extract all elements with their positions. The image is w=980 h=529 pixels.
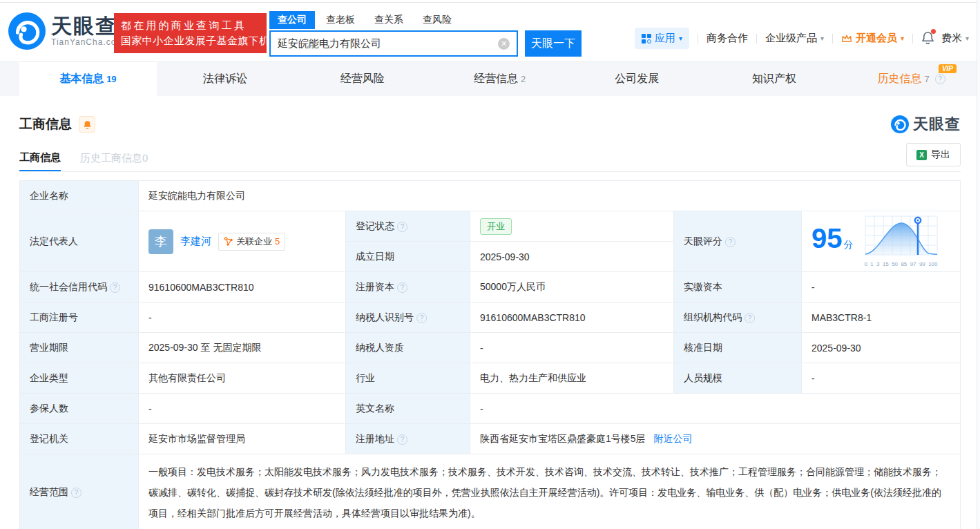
staff-size-label: 人员规模 (684, 372, 722, 383)
tab-intellectual-property[interactable]: 知识产权 (706, 62, 843, 96)
reg-authority-value: 延安市市场监督管理局 (148, 433, 245, 444)
tab-label: 基本信息 (59, 72, 104, 86)
reg-authority-label: 登记机关 (30, 433, 68, 444)
tab-basic-info[interactable]: 基本信息 19 (19, 62, 157, 96)
related-companies-badge[interactable]: 关联企业 5 (218, 233, 285, 251)
tianyancha-logo[interactable]: 天眼查 TianYanCha.com (8, 12, 124, 50)
help-icon[interactable] (416, 313, 427, 323)
business-info-section-header: 工商信息 天眼查 (19, 114, 961, 135)
company-name-label: 企业名称 (30, 190, 68, 201)
network-graph-icon (224, 237, 233, 247)
table-row: 参保人数 - 英文名称 - (20, 394, 961, 424)
org-code-value: MAB3CTR8-1 (811, 312, 872, 323)
reg-number-label: 工商注册号 (30, 311, 78, 323)
nav-apps-label: 应用 (655, 32, 675, 45)
chevron-down-icon: ▾ (820, 35, 824, 42)
chevron-down-icon: ▾ (679, 35, 682, 42)
search-area: 查公司 查老板 查关系 查风险 天眼一下 (269, 11, 582, 57)
excel-icon (916, 150, 927, 160)
company-type-value: 其他有限责任公司 (148, 372, 226, 383)
nav-user[interactable]: 费米 ▾ (941, 32, 969, 45)
score-distribution-chart: 013 155085 9799100 (865, 215, 938, 267)
watermark-logo: 天眼查 (891, 114, 961, 135)
table-row: 企业名称 延安皖能电力有限公司 (20, 181, 961, 211)
reg-address-label: 注册地址 (356, 433, 394, 444)
scrollbar[interactable] (977, 0, 980, 529)
tab-company-development[interactable]: 公司发展 (568, 62, 706, 96)
help-icon[interactable] (397, 222, 407, 232)
table-row: 经营范围 一般项目：发电技术服务；太阳能发电技术服务；风力发电技术服务；技术服务… (20, 454, 961, 529)
approval-date-label: 核准日期 (684, 342, 722, 353)
table-row: 营业期限 2025-09-30 至 无固定期限 纳税人资质 - 核准日期 202… (20, 333, 961, 363)
tab-label: 历史信息 (878, 72, 922, 86)
org-code-label: 组织机构代码 (684, 311, 742, 323)
subtab-history-business-info[interactable]: 历史工商信息0 (80, 146, 148, 171)
tab-count: 2 (521, 74, 526, 84)
monitor-bell-icon[interactable] (79, 116, 95, 133)
legal-rep-label: 法定代表人 (30, 235, 78, 247)
avatar[interactable]: 李 (148, 229, 173, 254)
nav-open-vip[interactable]: 开通会员 ▾ (841, 32, 904, 45)
approval-date-value: 2025-09-30 (811, 343, 861, 354)
nav-apps[interactable]: 应用 ▾ (635, 28, 689, 49)
nav-cooperation-label: 商务合作 (707, 32, 748, 45)
section-title: 工商信息 (19, 115, 72, 133)
table-row: 登记机关 延安市市场监督管理局 注册地址 陕西省延安市宝塔区鼎盛豪庭1号楼5层 … (20, 424, 961, 454)
paid-capital-value: - (811, 282, 815, 293)
english-name-label: 英文名称 (356, 403, 394, 414)
logo-name: 天眼查 (51, 15, 124, 37)
company-tab-bar: 基本信息 19 法律诉讼 经营风险 经营信息 2 公司发展 知识产权 VIP 历… (0, 61, 980, 96)
nav-divider (698, 34, 698, 44)
help-icon[interactable] (110, 282, 120, 293)
help-icon[interactable] (744, 313, 755, 323)
score-number: 95分 (811, 224, 854, 258)
reg-address-value: 陕西省延安市宝塔区鼎盛豪庭1号楼5层 (480, 433, 646, 444)
tyc-score: 95分 (811, 215, 950, 267)
search-input-box (269, 30, 518, 57)
notification-bell-icon[interactable] (921, 31, 934, 46)
company-name-value: 延安皖能电力有限公司 (148, 190, 245, 201)
help-icon[interactable] (935, 74, 945, 84)
chevron-down-icon: ▾ (901, 35, 904, 42)
export-button[interactable]: 导出 (906, 143, 961, 166)
credit-code-label: 统一社会信用代码 (30, 281, 107, 292)
help-icon[interactable] (397, 282, 407, 293)
insured-count-label: 参保人数 (30, 403, 68, 414)
apps-grid-icon (642, 34, 651, 44)
tab-operation-info[interactable]: 经营信息 2 (431, 62, 568, 96)
search-input[interactable] (271, 38, 498, 50)
promo-line1: 都在用的商业查询工具 (121, 18, 260, 33)
watermark-text: 天眼查 (913, 114, 961, 135)
subtab-business-info[interactable]: 工商信息 (19, 146, 61, 171)
help-icon[interactable] (725, 237, 736, 247)
tab-legal-litigation[interactable]: 法律诉讼 (157, 62, 294, 96)
industry-label: 行业 (356, 372, 375, 383)
establish-date-label: 成立日期 (356, 251, 394, 262)
reg-number-value: - (148, 312, 152, 323)
search-tab-risk[interactable]: 查风险 (414, 11, 460, 29)
legal-rep-link[interactable]: 李建河 (180, 235, 211, 248)
nav-user-label: 费米 (941, 32, 962, 45)
logo-domain: TianYanCha.com (51, 37, 124, 47)
header-nav: 应用 ▾ 商务合作 企业级产品 ▾ 开通会员 ▾ 费 (635, 28, 969, 49)
search-tab-company[interactable]: 查公司 (269, 11, 315, 29)
search-tab-relation[interactable]: 查关系 (366, 11, 412, 29)
tab-history-info[interactable]: VIP 历史信息 7 (843, 62, 980, 96)
vip-badge: VIP (939, 64, 957, 73)
search-button[interactable]: 天眼一下 (525, 30, 582, 57)
search-tab-boss[interactable]: 查老板 (318, 11, 363, 29)
staff-size-value: - (811, 373, 815, 384)
tab-count: 19 (106, 74, 116, 84)
help-icon[interactable] (71, 488, 81, 498)
business-info-subtabs: 工商信息 历史工商信息0 导出 (19, 146, 961, 172)
tab-operation-risk[interactable]: 经营风险 (294, 62, 431, 96)
help-icon[interactable] (397, 434, 407, 445)
clear-search-icon[interactable] (498, 38, 510, 50)
table-row: 工商注册号 - 纳税人识别号 91610600MAB3CTR810 组织机构代码… (20, 302, 961, 333)
business-scope-label: 经营范围 (30, 486, 68, 497)
nav-cooperation[interactable]: 商务合作 (707, 32, 748, 45)
reg-status-label: 登记状态 (356, 220, 394, 231)
nearby-companies-link[interactable]: 附近公司 (653, 433, 692, 444)
nav-enterprise[interactable]: 企业级产品 ▾ (765, 32, 824, 45)
tab-label: 法律诉讼 (203, 72, 247, 86)
